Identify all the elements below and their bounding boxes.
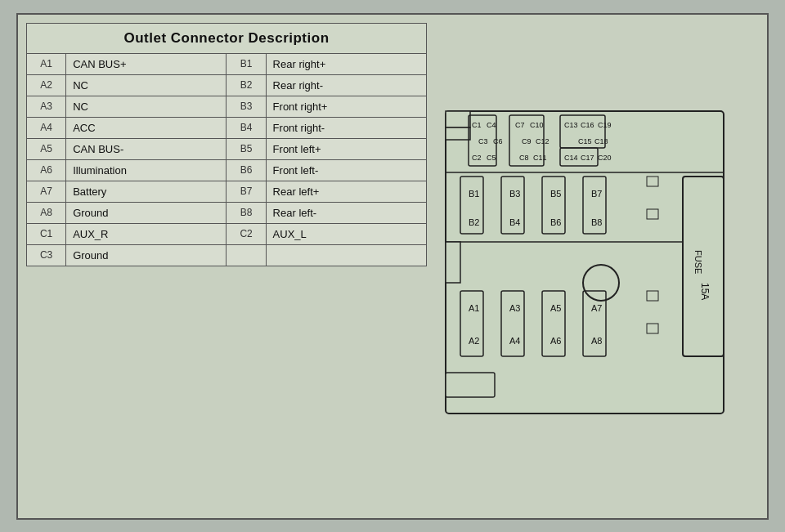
svg-text:C8: C8	[519, 154, 529, 162]
svg-text:B5: B5	[550, 189, 561, 199]
desc-b: Rear left+	[266, 181, 426, 202]
pin-a: A6	[27, 159, 66, 181]
svg-text:C7: C7	[515, 121, 525, 129]
svg-text:A5: A5	[550, 303, 561, 313]
svg-text:C1: C1	[472, 121, 482, 129]
desc-a: Illumination	[66, 159, 227, 181]
svg-rect-2	[446, 127, 470, 140]
desc-a: CAN BUS+	[66, 53, 227, 74]
desc-b: Rear right-	[266, 74, 426, 96]
connector-table: Outlet Connector Description A1CAN BUS+B…	[26, 23, 427, 266]
svg-text:B6: B6	[550, 217, 561, 227]
table-title: Outlet Connector Description	[27, 23, 427, 53]
svg-text:C11: C11	[533, 154, 547, 162]
table-row: C3Ground	[27, 244, 427, 266]
svg-text:A7: A7	[591, 303, 602, 313]
svg-text:B4: B4	[509, 217, 520, 227]
svg-text:C20: C20	[598, 154, 612, 162]
svg-text:A3: A3	[509, 303, 520, 313]
pin-b: B8	[227, 202, 266, 223]
svg-text:C18: C18	[594, 137, 608, 145]
svg-text:A2: A2	[469, 336, 479, 346]
desc-a: AUX_R	[66, 223, 227, 244]
svg-rect-58	[647, 177, 658, 186]
pin-b	[227, 244, 266, 266]
svg-text:C5: C5	[487, 154, 496, 162]
svg-rect-60	[647, 291, 658, 301]
table-section: Outlet Connector Description A1CAN BUS+B…	[26, 23, 427, 510]
svg-text:15A: 15A	[699, 283, 711, 300]
desc-b	[266, 244, 426, 266]
svg-text:C6: C6	[493, 137, 503, 145]
diagram-section: C1 C4 C7 C10 C13 C16 C19 C3 C6 C9 C12 C1…	[435, 23, 759, 510]
desc-a: Ground	[66, 202, 227, 223]
svg-rect-1	[446, 111, 470, 127]
desc-a: ACC	[66, 117, 227, 138]
pin-a: A2	[27, 74, 66, 96]
pin-b: B1	[227, 53, 266, 74]
svg-text:C4: C4	[487, 121, 496, 129]
table-row: A1CAN BUS+B1Rear right+	[27, 53, 427, 74]
desc-b: Front right-	[266, 117, 426, 138]
svg-text:FUSE: FUSE	[693, 250, 703, 274]
svg-rect-61	[647, 324, 658, 333]
desc-b: Front left+	[266, 138, 426, 159]
svg-text:C9: C9	[522, 137, 532, 145]
svg-text:B1: B1	[469, 189, 479, 199]
pin-a: A5	[27, 138, 66, 159]
svg-rect-59	[647, 209, 658, 219]
pin-b: B2	[227, 74, 266, 96]
desc-b: Rear left-	[266, 202, 426, 223]
table-row: A7BatteryB7Rear left+	[27, 181, 427, 202]
table-row: A2NCB2Rear right-	[27, 74, 427, 96]
svg-text:B3: B3	[509, 189, 520, 199]
svg-text:C17: C17	[581, 154, 594, 162]
svg-text:C10: C10	[530, 121, 544, 129]
desc-b: Front left-	[266, 159, 426, 181]
svg-text:C2: C2	[472, 154, 482, 162]
svg-text:B7: B7	[591, 189, 602, 199]
svg-text:B2: B2	[469, 217, 479, 227]
pin-a: C3	[27, 244, 66, 266]
table-row: A6IlluminationB6Front left-	[27, 159, 427, 181]
pin-a: A4	[27, 117, 66, 138]
table-row: A8GroundB8Rear left-	[27, 202, 427, 223]
desc-a: CAN BUS-	[66, 138, 227, 159]
svg-text:C16: C16	[581, 121, 594, 129]
pin-b: C2	[227, 223, 266, 244]
pin-b: B5	[227, 138, 266, 159]
pin-b: B3	[227, 96, 266, 117]
desc-a: NC	[66, 96, 227, 117]
svg-text:A6: A6	[550, 336, 561, 346]
pin-b: B6	[227, 159, 266, 181]
pin-b: B4	[227, 117, 266, 138]
desc-b: AUX_L	[266, 223, 426, 244]
svg-text:C15: C15	[578, 137, 592, 145]
main-container: Outlet Connector Description A1CAN BUS+B…	[16, 13, 769, 520]
desc-a: Battery	[66, 181, 227, 202]
svg-rect-62	[446, 242, 460, 283]
svg-text:A4: A4	[509, 336, 520, 346]
desc-b: Rear right+	[266, 53, 426, 74]
table-row: A4ACCB4Front right-	[27, 117, 427, 138]
table-row: A5CAN BUS-B5Front left+	[27, 138, 427, 159]
pin-a: C1	[27, 223, 66, 244]
svg-text:C13: C13	[564, 121, 578, 129]
desc-b: Front right+	[266, 96, 426, 117]
desc-a: Ground	[66, 244, 227, 266]
pin-a: A1	[27, 53, 66, 74]
svg-text:C12: C12	[536, 137, 550, 145]
svg-text:A8: A8	[591, 336, 602, 346]
svg-text:C14: C14	[564, 154, 578, 162]
svg-rect-54	[446, 373, 495, 397]
svg-text:B8: B8	[591, 217, 602, 227]
pin-a: A7	[27, 181, 66, 202]
table-row: A3NCB3Front right+	[27, 96, 427, 117]
pin-b: B7	[227, 181, 266, 202]
svg-text:C3: C3	[478, 137, 488, 145]
connector-diagram: C1 C4 C7 C10 C13 C16 C19 C3 C6 C9 C12 C1…	[437, 103, 756, 430]
pin-a: A3	[27, 96, 66, 117]
desc-a: NC	[66, 74, 227, 96]
table-row: C1AUX_RC2AUX_L	[27, 223, 427, 244]
svg-text:A1: A1	[469, 303, 479, 313]
